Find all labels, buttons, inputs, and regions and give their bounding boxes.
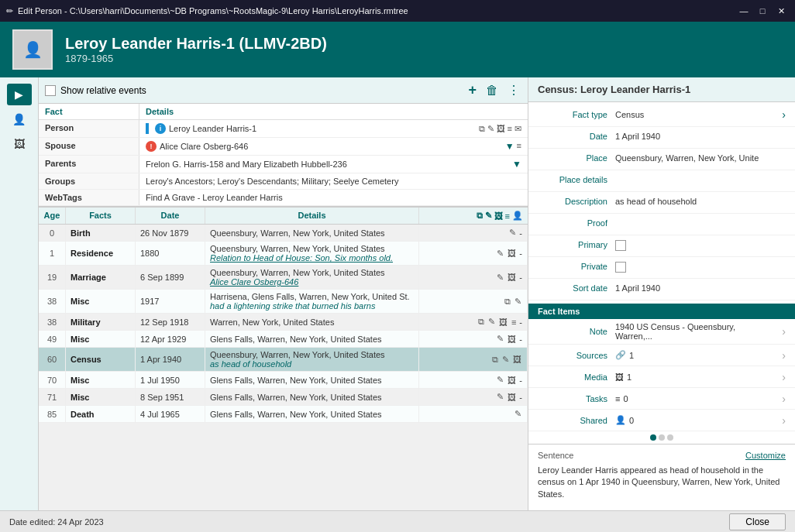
person-icon-media[interactable]: 🖼 [497,124,505,134]
right-panel: Census: Leroy Leander Harris-1 Fact type… [528,77,795,510]
place-label: Place [538,152,615,163]
person-icon[interactable]: 👤 [7,108,32,130]
maximize-button[interactable]: □ [755,5,770,17]
sources-arrow[interactable]: › [767,349,786,362]
info-icon: i [155,123,166,134]
census-date: 1 Apr 1940 [136,348,205,371]
event-row-misc-1917[interactable]: 38 Misc 1917 Harrisena, Glens Falls, War… [39,290,528,314]
misc1951-pen-icon[interactable]: ✎ [496,391,504,403]
misc1929-media-icon[interactable]: 🖼 [507,334,517,345]
spouse-list-icon[interactable]: ≡ [517,141,521,152]
primary-checkbox[interactable] [615,240,626,251]
military-media-icon[interactable]: 🖼 [498,317,508,328]
right-panel-header: Census: Leroy Leander Harris-1 [528,77,795,102]
event-row-birth[interactable]: 0 Birth 26 Nov 1879 Queensbury, Warren, … [39,225,528,242]
show-relative-checkbox[interactable] [45,85,56,96]
marriage-age: 19 [39,266,66,289]
add-button[interactable]: + [466,81,478,100]
military-pen-icon[interactable]: ✎ [487,316,496,328]
misc1951-age: 71 [39,389,66,405]
person-icon-mail[interactable]: ✉ [515,124,521,134]
window-close-button[interactable]: ✕ [773,5,789,17]
events-scroll[interactable]: 0 Birth 26 Nov 1879 Queensbury, Warren, … [39,225,528,510]
event-row-misc-1951[interactable]: 71 Misc 8 Sep 1951 Glens Falls, Warren, … [39,389,528,406]
media-label: Media [538,372,615,382]
residence-media-icon[interactable]: 🖼 [507,248,517,259]
media-arrow[interactable]: › [767,371,786,383]
misc1951-icons: ✎ 🖼 - [419,389,528,405]
spouse-value: ! Alice Clare Osberg-646 ▼ ≡ [139,138,528,155]
private-value [615,260,767,274]
misc1917-copy-icon[interactable]: ⧉ [504,296,511,307]
event-row-death[interactable]: 85 Death 4 Jul 1965 Glens Falls, Warren,… [39,406,528,423]
census-copy-icon[interactable]: ⧉ [491,354,499,366]
status-text: Date edited: 24 Apr 2023 [9,517,104,527]
marriage-pen-icon[interactable]: ✎ [496,272,504,283]
census-age: 60 [39,348,66,371]
census-icons: ⧉ ✎ 🖼 [419,348,528,371]
misc1950-media-icon[interactable]: 🖼 [507,375,517,386]
more-button[interactable]: ⋮ [506,81,521,100]
census-pen-icon[interactable]: ✎ [501,354,510,366]
person-name-value: Leroy Leander Harris-1 [169,124,256,133]
military-copy-icon[interactable]: ⧉ [477,316,485,328]
marriage-link[interactable]: Alice Clare Osberg-646 [210,277,298,287]
customize-link[interactable]: Customize [745,451,786,460]
marriage-fact: Marriage [66,266,136,289]
expand-button[interactable]: ▶ [7,84,32,105]
tasks-arrow[interactable]: › [767,393,786,405]
event-row-military[interactable]: 38 Military 12 Sep 1918 Warren, New York… [39,314,528,331]
close-button[interactable]: Close [729,513,786,530]
minimize-button[interactable]: — [736,5,752,17]
person-icon-copy[interactable]: ⧉ [479,124,485,134]
sources-count: 1 [629,351,634,360]
proof-row: Proof [528,214,795,235]
sources-icon: 🔗 [615,350,626,360]
marriage-media-icon[interactable]: 🖼 [507,272,517,283]
description-value: as head of household [615,195,767,206]
birth-fact: Birth [66,225,136,241]
private-checkbox[interactable] [615,262,626,273]
image-icon[interactable]: 🖼 [7,133,32,155]
misc1950-pen-icon[interactable]: ✎ [496,374,504,386]
military-list-icon[interactable]: ≡ [511,317,517,328]
delete-button[interactable]: 🗑 [484,81,500,100]
person-icon-pen[interactable]: ✎ [487,124,494,134]
misc1917-details2: had a lightening strike that burned his … [210,301,375,311]
military-date: 12 Sep 1918 [136,314,205,330]
header: 👤 Leroy Leander Harris-1 (LLMV-2BD) 1879… [0,22,795,77]
death-details: Glens Falls, Warren, New York, United St… [205,406,419,422]
misc1917-pen-icon[interactable]: ✎ [514,296,522,307]
media-value: 🖼 1 [615,372,767,382]
shared-arrow[interactable]: › [767,414,786,427]
dot-2 [659,434,665,441]
military-icons: ⧉ ✎ 🖼 ≡ - [419,314,528,330]
facts-section: Fact Details Person i Leroy Leander Harr… [39,104,528,207]
misc1929-pen-icon[interactable]: ✎ [496,333,504,345]
census-media-icon[interactable]: 🖼 [512,354,522,365]
birth-icons: ✎ - [419,225,528,241]
residence-dash: - [519,249,522,258]
residence-link[interactable]: Relation to Head of House: Son, Six mont… [210,253,393,263]
main-container: ▶ 👤 🖼 Show relative events + 🗑 ⋮ Fact De… [0,77,795,510]
event-row-marriage[interactable]: 19 Marriage 6 Sep 1899 Queensbury, Warre… [39,266,528,290]
birth-pen-icon[interactable]: ✎ [508,227,517,239]
parents-arrow[interactable]: ▼ [512,159,521,170]
place-details-label: Place details [538,173,615,184]
fact-type-arrow[interactable]: › [767,108,786,121]
event-row-misc-1950[interactable]: 70 Misc 1 Jul 1950 Glens Falls, Warren, … [39,372,528,389]
event-row-misc-1929[interactable]: 49 Misc 12 Apr 1929 Glens Falls, Warren,… [39,331,528,348]
note-label: Note [538,327,615,336]
note-value: 1940 US Census - Queensbury, Warren,... [615,322,767,341]
residence-pen-icon[interactable]: ✎ [496,248,504,259]
note-arrow[interactable]: › [767,325,786,338]
header-info: Leroy Leander Harris-1 (LLMV-2BD) 1879-1… [65,35,327,64]
event-row-census[interactable]: 60 Census 1 Apr 1940 Queensbury, Warren,… [39,348,528,372]
misc1951-media-icon[interactable]: 🖼 [507,392,517,403]
spouse-arrow[interactable]: ▼ [505,141,515,152]
person-icon-list[interactable]: ≡ [508,124,512,134]
death-pen-icon[interactable]: ✎ [514,408,522,420]
marriage-icons: ✎ 🖼 - [419,266,528,289]
event-row-residence[interactable]: 1 Residence 1880 Queensbury, Warren, New… [39,242,528,266]
place-details-value [615,173,767,175]
